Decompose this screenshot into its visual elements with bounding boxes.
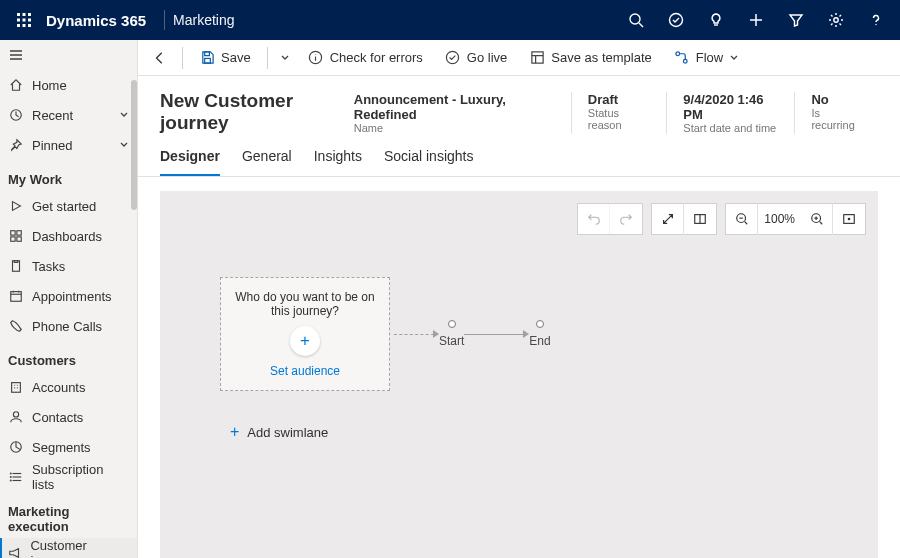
page-title: New Customer journey — [160, 90, 354, 134]
save-button[interactable]: Save — [191, 44, 259, 72]
back-button[interactable] — [146, 51, 174, 65]
home-icon — [8, 77, 24, 93]
nav-dashboards[interactable]: Dashboards — [0, 221, 137, 251]
svg-rect-1 — [23, 13, 26, 16]
flow-connector: Start End — [394, 320, 551, 348]
add-swimlane-button[interactable]: + Add swimlane — [230, 423, 328, 441]
phone-icon — [8, 318, 24, 334]
meta-start-date[interactable]: 9/4/2020 1:46 PMStart date and time — [666, 92, 794, 134]
flow-icon — [674, 50, 690, 66]
expand-button[interactable] — [652, 203, 684, 235]
nav-label: Get started — [32, 199, 96, 214]
svg-rect-23 — [11, 237, 15, 241]
undo-button[interactable] — [578, 203, 610, 235]
fit-screen-button[interactable] — [833, 203, 865, 235]
nav-appointments[interactable]: Appointments — [0, 281, 137, 311]
nav-label: Tasks — [32, 259, 65, 274]
section-header: My Work — [0, 160, 137, 191]
tab-designer[interactable]: Designer — [160, 148, 220, 176]
flow-button[interactable]: Flow — [666, 44, 747, 72]
nav-recent[interactable]: Recent — [0, 100, 137, 130]
meta-status[interactable]: DraftStatus reason — [571, 92, 666, 134]
hamburger-button[interactable] — [0, 40, 137, 70]
check-errors-button[interactable]: Check for errors — [300, 44, 431, 72]
nav-home[interactable]: Home — [0, 70, 137, 100]
filter-icon[interactable] — [776, 0, 816, 40]
building-icon — [8, 379, 24, 395]
topbar-divider — [164, 10, 165, 30]
end-node[interactable]: End — [529, 320, 550, 348]
svg-rect-50 — [204, 58, 210, 63]
clock-icon — [8, 107, 24, 123]
svg-point-41 — [10, 477, 11, 478]
calendar-icon — [8, 288, 24, 304]
command-bar: Save Check for errors Go live Save as te… — [138, 40, 900, 76]
nav-accounts[interactable]: Accounts — [0, 372, 137, 402]
nav-label: Accounts — [32, 380, 85, 395]
tab-social-insights[interactable]: Social insights — [384, 148, 474, 176]
meta-recurring[interactable]: NoIs recurring — [794, 92, 878, 134]
nav-contacts[interactable]: Contacts — [0, 402, 137, 432]
tab-insights[interactable]: Insights — [314, 148, 362, 176]
svg-rect-21 — [11, 231, 15, 235]
svg-rect-8 — [28, 24, 31, 27]
global-topbar: Dynamics 365 Marketing — [0, 0, 900, 40]
zoom-in-button[interactable] — [801, 203, 833, 235]
nav-label: Contacts — [32, 410, 83, 425]
nav-label: Recent — [32, 108, 73, 123]
svg-point-35 — [13, 412, 18, 417]
dashboard-icon — [8, 228, 24, 244]
info-icon — [308, 50, 324, 66]
add-swimlane-label: Add swimlane — [247, 425, 328, 440]
nav-segments[interactable]: Segments — [0, 432, 137, 462]
minimap-button[interactable] — [684, 203, 716, 235]
designer-canvas[interactable]: 100% Who do you want to be on this journ… — [160, 191, 878, 558]
zoom-level: 100% — [758, 212, 801, 226]
clipboard-icon — [8, 258, 24, 274]
golive-label: Go live — [467, 50, 507, 65]
svg-point-42 — [10, 480, 11, 481]
audience-placeholder[interactable]: Who do you want to be on this journey? +… — [220, 277, 390, 391]
hamburger-icon — [8, 47, 24, 63]
nav-subscription-lists[interactable]: Subscription lists — [0, 462, 137, 492]
chevron-down-icon — [119, 110, 129, 120]
save-as-template-button[interactable]: Save as template — [521, 44, 659, 72]
go-live-button[interactable]: Go live — [437, 44, 515, 72]
search-icon[interactable] — [616, 0, 656, 40]
module-label: Marketing — [173, 12, 234, 28]
add-icon[interactable] — [736, 0, 776, 40]
main-area: Save Check for errors Go live Save as te… — [138, 40, 900, 558]
redo-button[interactable] — [610, 203, 642, 235]
svg-rect-49 — [204, 52, 209, 56]
start-node[interactable]: Start — [439, 320, 464, 348]
task-checkbox-icon[interactable] — [656, 0, 696, 40]
add-audience-button[interactable]: + — [290, 326, 320, 356]
svg-rect-55 — [532, 52, 543, 63]
gear-icon[interactable] — [816, 0, 856, 40]
svg-point-40 — [10, 473, 11, 474]
svg-rect-30 — [12, 383, 21, 393]
nav-phone-calls[interactable]: Phone Calls — [0, 311, 137, 341]
svg-point-15 — [834, 18, 838, 22]
help-icon[interactable] — [856, 0, 896, 40]
tab-general[interactable]: General — [242, 148, 292, 176]
nav-tasks[interactable]: Tasks — [0, 251, 137, 281]
save-dropdown[interactable] — [276, 44, 294, 72]
nav-label: Home — [32, 78, 67, 93]
svg-line-68 — [819, 222, 822, 225]
app-launcher-button[interactable] — [4, 0, 44, 40]
nav-pinned[interactable]: Pinned — [0, 130, 137, 160]
zoom-out-button[interactable] — [726, 203, 758, 235]
list-icon — [8, 469, 24, 485]
megaphone-icon — [8, 545, 22, 558]
svg-rect-24 — [17, 237, 21, 241]
sidebar-scrollbar[interactable] — [131, 80, 137, 210]
lightbulb-icon[interactable] — [696, 0, 736, 40]
nav-get-started[interactable]: Get started — [0, 191, 137, 221]
nav-customer-journeys[interactable]: Customer journeys — [0, 538, 137, 558]
nav-label: Segments — [32, 440, 91, 455]
set-audience-link[interactable]: Set audience — [270, 364, 340, 378]
nav-label: Customer journeys — [30, 538, 129, 558]
meta-name[interactable]: Announcement - Luxury, RedefinedName — [354, 92, 571, 134]
nav-label: Pinned — [32, 138, 72, 153]
